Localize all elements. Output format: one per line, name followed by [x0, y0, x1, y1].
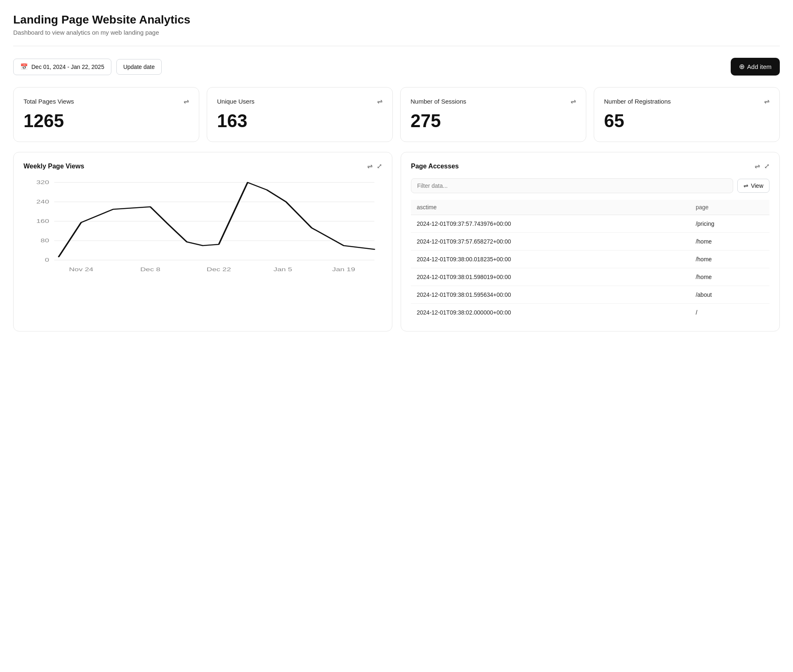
metric-card-total-pages-views: Total Pages Views ⇌ 1265	[13, 87, 199, 142]
svg-text:Jan 19: Jan 19	[332, 267, 355, 272]
calendar-icon: 📅	[20, 63, 28, 71]
cell-asctime: 2024-12-01T09:37:57.658272+00:00	[411, 233, 690, 251]
filter-icon-number-of-registrations[interactable]: ⇌	[764, 97, 769, 105]
date-range-label: Dec 01, 2024 - Jan 22, 2025	[31, 64, 104, 70]
toolbar-left: 📅 Dec 01, 2024 - Jan 22, 2025 Update dat…	[13, 59, 162, 75]
table-actions: ⇌ ⤢	[755, 162, 769, 170]
plus-icon: ⊕	[739, 62, 745, 71]
cell-asctime: 2024-12-01T09:38:02.000000+00:00	[411, 304, 690, 322]
cell-page: /home	[690, 233, 769, 251]
header-divider	[13, 46, 780, 46]
metric-label-number-of-sessions: Number of Sessions	[411, 98, 466, 105]
cell-page: /about	[690, 286, 769, 304]
page-title: Landing Page Website Analytics	[13, 13, 780, 26]
view-button[interactable]: ⇌ View	[737, 179, 769, 193]
cell-page: /home	[690, 268, 769, 286]
table-expand-icon[interactable]: ⤢	[764, 162, 769, 170]
chart-card-header: Weekly Page Views ⇌ ⤢	[24, 162, 382, 170]
table-row: 2024-12-01T09:37:57.743976+00:00/pricing	[411, 215, 769, 233]
svg-text:160: 160	[36, 218, 49, 224]
page-subtitle: Dashboard to view analytics on my web la…	[13, 29, 780, 36]
metric-value-unique-users: 163	[217, 112, 382, 130]
filter-row: ⇌ View	[411, 178, 769, 193]
page-header: Landing Page Website Analytics Dashboard…	[13, 13, 780, 36]
metric-card-unique-users: Unique Users ⇌ 163	[207, 87, 393, 142]
metric-value-number-of-registrations: 65	[604, 112, 769, 130]
metric-label-number-of-registrations: Number of Registrations	[604, 98, 671, 105]
table-filter-icon[interactable]: ⇌	[755, 162, 760, 170]
table-row: 2024-12-01T09:37:57.658272+00:00/home	[411, 233, 769, 251]
view-label: View	[751, 182, 763, 189]
svg-text:Jan 5: Jan 5	[274, 267, 293, 272]
filter-icon-total-pages-views[interactable]: ⇌	[184, 97, 189, 105]
cell-page: /home	[690, 251, 769, 268]
svg-text:240: 240	[36, 199, 49, 204]
filter-input[interactable]	[411, 178, 733, 193]
svg-text:Nov 24: Nov 24	[69, 267, 93, 272]
chart-card: Weekly Page Views ⇌ ⤢ 320 240 160 80 0	[13, 152, 392, 331]
svg-text:320: 320	[36, 180, 49, 185]
update-date-button[interactable]: Update date	[116, 59, 162, 75]
cell-asctime: 2024-12-01T09:38:01.595634+00:00	[411, 286, 690, 304]
metric-label-total-pages-views: Total Pages Views	[24, 98, 74, 105]
col-page: page	[690, 200, 769, 215]
metric-header: Number of Registrations ⇌	[604, 97, 769, 105]
filter-icon-number-of-sessions[interactable]: ⇌	[571, 97, 576, 105]
cell-page: /	[690, 304, 769, 322]
col-asctime: asctime	[411, 200, 690, 215]
date-picker-button[interactable]: 📅 Dec 01, 2024 - Jan 22, 2025	[13, 59, 111, 75]
metric-header: Unique Users ⇌	[217, 97, 382, 105]
chart-filter-icon[interactable]: ⇌	[367, 162, 373, 170]
table-header-row: asctime page	[411, 200, 769, 215]
metric-value-number-of-sessions: 275	[411, 112, 576, 130]
view-filter-icon: ⇌	[743, 182, 748, 189]
cell-asctime: 2024-12-01T09:38:01.598019+00:00	[411, 268, 690, 286]
svg-text:Dec 22: Dec 22	[207, 267, 231, 272]
metric-card-number-of-sessions: Number of Sessions ⇌ 275	[400, 87, 586, 142]
cell-page: /pricing	[690, 215, 769, 233]
toolbar: 📅 Dec 01, 2024 - Jan 22, 2025 Update dat…	[13, 58, 780, 76]
svg-text:Dec 8: Dec 8	[140, 267, 160, 272]
chart-actions: ⇌ ⤢	[367, 162, 382, 170]
filter-icon-unique-users[interactable]: ⇌	[377, 97, 382, 105]
table-row: 2024-12-01T09:38:01.598019+00:00/home	[411, 268, 769, 286]
metrics-grid: Total Pages Views ⇌ 1265 Unique Users ⇌ …	[13, 87, 780, 142]
bottom-grid: Weekly Page Views ⇌ ⤢ 320 240 160 80 0	[13, 152, 780, 331]
table-card: Page Accesses ⇌ ⤢ ⇌ View asctime page 20…	[401, 152, 780, 331]
data-table: asctime page 2024-12-01T09:37:57.743976+…	[411, 200, 769, 321]
svg-text:80: 80	[40, 238, 49, 243]
table-row: 2024-12-01T09:38:01.595634+00:00/about	[411, 286, 769, 304]
metric-card-number-of-registrations: Number of Registrations ⇌ 65	[594, 87, 780, 142]
cell-asctime: 2024-12-01T09:37:57.743976+00:00	[411, 215, 690, 233]
add-item-button[interactable]: ⊕ Add item	[731, 58, 780, 76]
table-title: Page Accesses	[411, 163, 459, 170]
add-item-label: Add item	[747, 63, 772, 70]
table-card-header: Page Accesses ⇌ ⤢	[411, 162, 769, 170]
metric-value-total-pages-views: 1265	[24, 112, 189, 130]
chart-svg: 320 240 160 80 0 Nov 24 Dec 8 Dec 22 Jan…	[24, 178, 382, 294]
chart-expand-icon[interactable]: ⤢	[377, 162, 382, 170]
cell-asctime: 2024-12-01T09:38:00.018235+00:00	[411, 251, 690, 268]
metric-label-unique-users: Unique Users	[217, 98, 255, 105]
svg-text:0: 0	[45, 257, 50, 263]
metric-header: Total Pages Views ⇌	[24, 97, 189, 105]
metric-header: Number of Sessions ⇌	[411, 97, 576, 105]
chart-area: 320 240 160 80 0 Nov 24 Dec 8 Dec 22 Jan…	[24, 178, 382, 294]
chart-title: Weekly Page Views	[24, 163, 84, 170]
table-row: 2024-12-01T09:38:02.000000+00:00/	[411, 304, 769, 322]
table-row: 2024-12-01T09:38:00.018235+00:00/home	[411, 251, 769, 268]
